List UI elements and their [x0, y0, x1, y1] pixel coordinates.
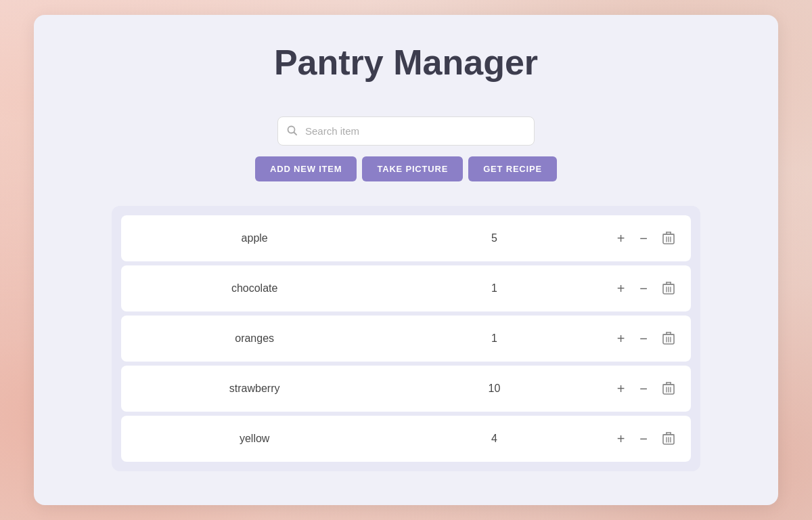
take-picture-button[interactable]: TAKE PICTURE — [362, 156, 463, 181]
delete-button[interactable] — [660, 230, 677, 246]
item-name: oranges — [135, 332, 374, 345]
delete-button[interactable] — [660, 431, 677, 447]
increment-button[interactable]: + — [614, 330, 628, 347]
action-buttons: ADD NEW ITEM TAKE PICTURE GET RECIPE — [255, 156, 557, 181]
delete-button[interactable] — [660, 330, 677, 347]
add-new-item-button[interactable]: ADD NEW ITEM — [255, 156, 357, 181]
decrement-button[interactable]: − — [637, 431, 650, 447]
item-name: apple — [135, 232, 374, 244]
item-quantity: 1 — [374, 332, 614, 345]
app-container: Pantry Manager ADD NEW ITEM TAKE PICTURE… — [34, 15, 778, 505]
get-recipe-button[interactable]: GET RECIPE — [468, 156, 557, 181]
item-quantity: 5 — [374, 232, 614, 244]
increment-button[interactable]: + — [614, 230, 628, 246]
increment-button[interactable]: + — [614, 381, 628, 397]
table-row: oranges 1 + − — [121, 316, 691, 362]
item-controls: + − — [614, 330, 677, 347]
item-name: strawberry — [135, 383, 374, 395]
decrement-button[interactable]: − — [637, 230, 650, 246]
decrement-button[interactable]: − — [637, 280, 650, 297]
item-controls: + − — [614, 431, 677, 447]
increment-button[interactable]: + — [614, 431, 628, 447]
table-row: yellow 4 + − — [121, 416, 691, 462]
page-title: Pantry Manager — [274, 42, 538, 83]
delete-button[interactable] — [660, 280, 677, 297]
search-bar-wrapper — [277, 116, 535, 146]
decrement-button[interactable]: − — [637, 330, 650, 347]
item-quantity: 4 — [374, 433, 614, 445]
item-controls: + − — [614, 280, 677, 297]
delete-button[interactable] — [660, 381, 677, 397]
item-name: yellow — [135, 433, 374, 445]
increment-button[interactable]: + — [614, 280, 628, 297]
item-controls: + − — [614, 381, 677, 397]
table-row: apple 5 + − — [121, 215, 691, 261]
item-name: chocolate — [135, 282, 374, 295]
decrement-button[interactable]: − — [637, 381, 650, 397]
item-quantity: 1 — [374, 282, 614, 295]
search-input[interactable] — [277, 116, 535, 146]
table-row: chocolate 1 + − — [121, 265, 691, 311]
item-quantity: 10 — [374, 383, 614, 395]
item-controls: + − — [614, 230, 677, 246]
table-row: strawberry 10 + − — [121, 366, 691, 412]
pantry-list-container: apple 5 + − — [112, 206, 700, 471]
